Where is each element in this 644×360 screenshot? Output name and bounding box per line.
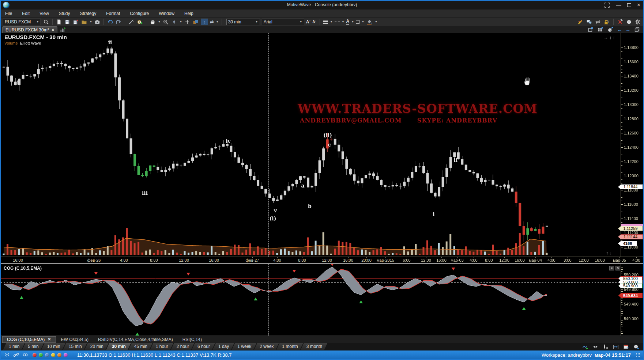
indicator-tab-rsi[interactable]: RSI(C,14) — [178, 337, 206, 342]
tab-close-icon[interactable]: × — [52, 27, 54, 33]
timeframe-tab-30-min[interactable]: 30 min — [106, 343, 131, 350]
scale-mode-icon[interactable]: ⇄ — [210, 19, 214, 24]
close-button[interactable]: × — [637, 2, 640, 8]
timeframe-tab-15-min[interactable]: 15 min — [63, 343, 87, 350]
new-chart-icon[interactable] — [56, 19, 62, 25]
timeframe-tab-1-week[interactable]: 1 week — [231, 343, 256, 350]
add-study-icon[interactable] — [582, 344, 588, 350]
cog-indicator-panel[interactable]: COG (C,10,5,EMA) ≡ ✕ 550.200549.800549.4… — [1, 264, 643, 336]
chain-link-icon[interactable] — [22, 352, 29, 358]
zoom-tool-icon[interactable] — [162, 19, 169, 25]
price-axis[interactable]: 1.138001.136001.134001.132001.130001.128… — [621, 33, 643, 263]
alert-clock-icon[interactable] — [136, 19, 143, 25]
timeframe-tab-2-hour[interactable]: 2 hour — [171, 343, 194, 350]
timeframe-tab-3-month[interactable]: 3 month — [301, 343, 327, 350]
border-color-caret-icon[interactable]: ▼ — [362, 20, 364, 23]
timeframe-tab-20-min[interactable]: 20 min — [84, 343, 109, 350]
study-wand-icon[interactable] — [128, 19, 135, 25]
line-style-icon[interactable] — [335, 22, 340, 22]
border-color-icon[interactable] — [356, 20, 359, 24]
goto-time-icon[interactable] — [633, 344, 640, 350]
timeframe-tab-1-hour[interactable]: 1 hour — [150, 343, 173, 350]
link-charts-icon[interactable] — [192, 19, 199, 25]
draw-mode-icon[interactable] — [577, 19, 584, 25]
menu-item-format[interactable]: Format — [106, 11, 120, 16]
open-folder-icon[interactable] — [81, 19, 87, 25]
settings-gear-icon[interactable] — [634, 19, 641, 25]
restore-layout-icon[interactable] — [634, 27, 640, 33]
indicator-tab-close-icon[interactable]: ✕ — [48, 337, 51, 342]
menu-item-view[interactable]: View — [39, 11, 49, 16]
instrument-select[interactable]: RUSD.FXCM▼ — [3, 19, 41, 25]
indicator-tab-cog[interactable]: COG (C,10,5,EMA)✕ — [2, 336, 56, 343]
menu-item-configure[interactable]: Configure — [130, 11, 149, 16]
visibility-icon[interactable] — [592, 344, 599, 350]
elliott-wave-overlay-label[interactable]: Elliott Wave — [20, 41, 41, 45]
line-width-icon[interactable] — [323, 20, 328, 24]
time-axis[interactable]: 16:00фев-264:008:0012:0016:00фев-274:008… — [1, 257, 643, 263]
font-increase-icon[interactable]: A↑ — [306, 19, 311, 24]
minimize-button[interactable]: — — [616, 2, 621, 8]
popout-clock-icon[interactable] — [607, 27, 614, 33]
web-icon[interactable] — [626, 19, 632, 25]
timeframe-tab-45-min[interactable]: 45 min — [128, 343, 152, 350]
link-group-icon[interactable] — [13, 352, 19, 358]
undo-icon[interactable] — [107, 19, 113, 25]
title-bar[interactable]: MotiveWave - Console (andreybbrv) — × — [1, 1, 643, 10]
cog-minimize-icon[interactable]: ≡ — [609, 266, 614, 270]
indicator-tab-ew-osc[interactable]: EW Osc(34,5) — [57, 337, 93, 342]
resize-grip[interactable] — [636, 353, 640, 357]
timeframe-tab-1-min[interactable]: 1 min — [3, 343, 25, 350]
snapshot-icon[interactable] — [94, 19, 101, 25]
goto-date-icon[interactable] — [623, 344, 629, 350]
lock-chart-icon[interactable] — [603, 19, 610, 25]
crosshair-caret-icon[interactable]: ▼ — [180, 20, 182, 23]
maximize-button[interactable] — [627, 3, 631, 7]
link-color-dot-0[interactable] — [33, 353, 37, 357]
timeframe-tab-2-week[interactable]: 2 week — [254, 343, 279, 350]
volume-overlay-label[interactable]: Volume — [4, 41, 18, 45]
menu-item-strategy[interactable]: Strategy — [80, 11, 97, 16]
font-color-caret-icon[interactable]: ▼ — [351, 20, 354, 23]
new-chart-tab-icon[interactable] — [60, 27, 66, 33]
bar-settings-icon[interactable] — [602, 344, 609, 350]
axis-scroll-arrows-bottom[interactable]: ↑↓ — [606, 250, 612, 255]
price-chart-panel[interactable]: EURUSD.FXCM - 30 min VolumeElliott Wave … — [1, 33, 643, 263]
forward-arrow-icon[interactable]: → — [625, 27, 630, 32]
cog-close-icon[interactable]: ✕ — [615, 266, 620, 270]
link-color-dot-5[interactable] — [64, 353, 68, 357]
timeframe-tab-5-min[interactable]: 5 min — [22, 343, 44, 350]
link-color-dot-4[interactable] — [57, 353, 61, 357]
popout-window-icon[interactable] — [587, 27, 594, 33]
bar-spacing-icon[interactable] — [613, 344, 619, 350]
crosshair-tool-icon[interactable] — [171, 19, 177, 25]
link-color-dot-3[interactable] — [51, 353, 55, 357]
indicator-tab-rsidiv[interactable]: RSIDIV(C,14,EMA,Close,4,false,SMA) — [94, 337, 177, 342]
back-arrow-icon[interactable]: ← — [617, 27, 622, 32]
fullscreen-icon[interactable] — [604, 2, 610, 8]
scale-mode-caret-icon[interactable]: ▼ — [216, 20, 219, 23]
menu-item-study[interactable]: Study — [59, 11, 70, 16]
popout-table-icon[interactable] — [597, 27, 604, 33]
menu-item-edit[interactable]: Edit — [22, 11, 30, 16]
fill-color-icon[interactable] — [366, 19, 373, 25]
timeframe-tab-10-min[interactable]: 10 min — [41, 343, 65, 350]
tools-icon[interactable] — [617, 19, 624, 25]
link-color-dot-2[interactable] — [45, 353, 49, 357]
open-folder-caret-icon[interactable]: ▼ — [90, 20, 92, 23]
axis-scroll-arrows-top[interactable]: →↓↑ — [603, 35, 616, 40]
timeframe-select[interactable]: 30 min▼ — [226, 19, 260, 25]
fit-vertical-icon[interactable]: ↕ — [201, 19, 208, 25]
cog-oscillator-canvas[interactable] — [1, 264, 621, 336]
font-color-icon[interactable]: A — [346, 19, 349, 25]
candlestick-chart-canvas[interactable] — [1, 33, 621, 257]
fill-color-caret-icon[interactable]: ▼ — [375, 20, 377, 23]
menu-item-file[interactable]: File — [5, 11, 12, 16]
timeframe-tab-1-day[interactable]: 1 day — [212, 343, 234, 350]
font-decrease-icon[interactable]: A↓ — [312, 20, 316, 24]
pan-hand-icon[interactable] — [149, 19, 156, 25]
pan-hand-caret-icon[interactable]: ▼ — [158, 20, 161, 23]
search-icon[interactable] — [43, 19, 49, 25]
line-width-caret-icon[interactable]: ▼ — [330, 20, 333, 23]
comments-icon[interactable] — [586, 19, 592, 25]
